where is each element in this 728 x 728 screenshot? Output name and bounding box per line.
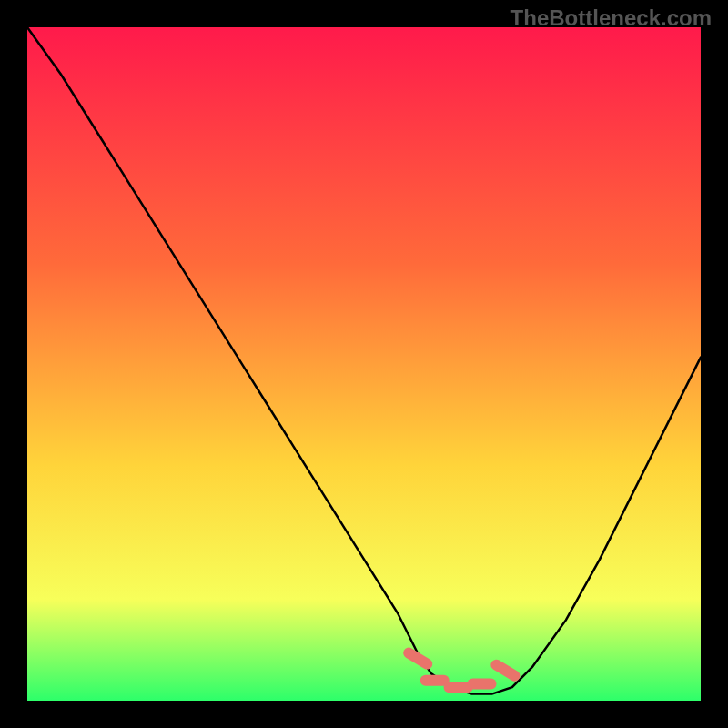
chart-area bbox=[27, 27, 701, 701]
gradient-background bbox=[27, 27, 701, 701]
chart-svg bbox=[27, 27, 701, 701]
watermark-text: TheBottleneck.com bbox=[511, 5, 712, 31]
